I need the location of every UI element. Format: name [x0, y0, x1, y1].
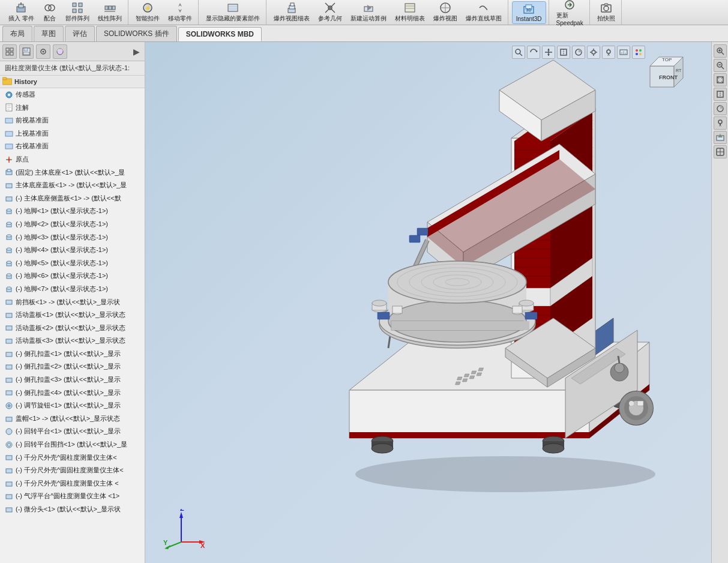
viewport[interactable]: Z X Y FRONT — [145, 42, 711, 563]
show-hide-button[interactable]: 显示隐藏的要素部件 — [202, 1, 263, 24]
ref-geometry-button[interactable]: 参考几何 — [314, 1, 346, 24]
tree-item-right-plane[interactable]: 右视基准面 — [0, 140, 145, 153]
svg-rect-237 — [393, 306, 402, 313]
explode-view-button[interactable]: 爆炸视图细表 — [270, 1, 313, 24]
history-row[interactable]: History — [0, 76, 145, 88]
grid-panel-button[interactable] — [2, 44, 17, 59]
svg-point-81 — [7, 287, 11, 289]
explode-sketch-button[interactable]: 爆炸直线草图 — [462, 1, 505, 24]
tree-item-foot1[interactable]: (-) 地脚<1> (默认<显示状态-1>) — [0, 205, 145, 218]
tab-sw-mbd[interactable]: SOLIDWORKS MBD — [178, 27, 262, 41]
tree-item-cap[interactable]: 盖帽<1> -> (默认<<默认>_显示状态 — [0, 412, 145, 426]
right-scene2-button[interactable] — [714, 131, 727, 144]
explode-view2-button[interactable]: 爆炸视图 — [430, 1, 461, 24]
right-zoom-in-button[interactable] — [714, 44, 727, 58]
svg-rect-150 — [478, 368, 484, 371]
tree-item-air-platform[interactable]: (-) 气浮平台^圆柱度测量仪主体 <1> — [0, 490, 145, 503]
tree-item-foot7[interactable]: (-) 地脚<7> (默认<显示状态-1>) — [0, 283, 145, 296]
right-zoom-fit-button[interactable] — [714, 73, 727, 86]
settings-panel-button[interactable] — [36, 44, 50, 59]
svg-point-71 — [7, 222, 11, 224]
svg-point-273 — [718, 120, 722, 124]
svg-point-77 — [7, 261, 11, 263]
tree-item-cover-plate3[interactable]: 活动盖板<3> (默认<<默认>_显示状态 — [0, 334, 145, 348]
svg-rect-60 — [5, 144, 13, 149]
svg-line-263 — [721, 67, 724, 69]
insert-part-button[interactable]: 插入 零件 — [5, 1, 38, 24]
tab-sketch[interactable]: 草图 — [34, 26, 64, 41]
tree-item-micrometer2[interactable]: (-) 千分尺外壳^圆固柱度测量仪主体< — [0, 464, 145, 477]
right-render-button[interactable] — [714, 102, 727, 115]
tab-layout[interactable]: 布局 — [2, 26, 32, 41]
tab-evaluate[interactable]: 评估 — [65, 26, 95, 41]
svg-line-157 — [618, 356, 619, 363]
move-part-button[interactable]: 移动零件 — [164, 1, 196, 24]
svg-rect-10 — [109, 6, 112, 10]
mate-button[interactable]: 配合 — [39, 1, 61, 24]
tree-container[interactable]: 传感器 注解 前视基准面 上视基准面 右视基准面 — [0, 88, 145, 563]
tree-item-base-cover[interactable]: 主体底座盖板<1> -> (默认<<默认>_显 — [0, 179, 145, 192]
svg-marker-244 — [179, 512, 183, 518]
save-panel-button[interactable] — [19, 44, 34, 59]
tree-item-differential[interactable]: (-) 微分头<1> (默认<<默认>_显示状 — [0, 503, 145, 516]
right-section-button[interactable] — [714, 88, 727, 101]
tree-item-base-fixed[interactable]: (固定) 主体底座<1> (默认<<默认>_显 — [0, 166, 145, 179]
right-ambient-button[interactable] — [714, 116, 727, 130]
tab-sw-plugins[interactable]: SOLIDWORKS 插件 — [96, 26, 177, 41]
svg-point-63 — [8, 158, 10, 161]
tree-item-foot5[interactable]: (-) 地脚<5> (默认<显示状态-1>) — [0, 257, 145, 270]
svg-rect-46 — [23, 52, 29, 55]
tree-item-rotary-table[interactable]: (-) 回转平台<1> (默认<<默认>_显示 — [0, 425, 145, 438]
tree-item-knob[interactable]: (-) 调节旋钮<1> (默认<<默认>_显示 — [0, 399, 145, 412]
speedpak-button[interactable]: 更新Speedpak — [553, 0, 587, 28]
tree-item-side-cap2[interactable]: (-) 侧孔扣盖<2> (默认<<默认>_显示 — [0, 360, 145, 373]
part-array-button[interactable]: 部件阵列 — [62, 1, 93, 24]
instant3d-button[interactable]: 3D Instant3D — [512, 1, 546, 24]
svg-rect-41 — [10, 48, 13, 51]
tree-item-micrometer1[interactable]: (-) 千分尺外壳^圆柱度测量仪主体< — [0, 451, 145, 465]
tree-item-rotary-guard[interactable]: (-) 回转平台围挡<1> (默认<<默认>_显 — [0, 438, 145, 451]
svg-text:Y: Y — [163, 539, 168, 546]
tree-item-origin[interactable]: 原点 — [0, 153, 145, 166]
tree-item-note[interactable]: 注解 — [0, 101, 145, 115]
tree-item-front-plane[interactable]: 前视基准面 — [0, 114, 145, 127]
svg-rect-229 — [525, 312, 537, 319]
part-name-header: 圆柱度测量仪主体 (默认<默认_显示状态-1: — [0, 61, 145, 76]
tree-item-foot4[interactable]: (-) 地脚<4> (默认<显示状态-1>) — [0, 244, 145, 257]
tree-item-side-cap3[interactable]: (-) 侧孔扣盖<3> (默认<<默认>_显示 — [0, 373, 145, 387]
view-cube[interactable]: FRONT TOP RT — [641, 48, 686, 93]
tree-item-foot3[interactable]: (-) 地脚<3> (默认<显示状态-1>) — [0, 231, 145, 244]
tree-item-front-panel[interactable]: 前挡板<1> -> (默认<<默认>_显示状 — [0, 296, 145, 309]
tree-item-top-plane[interactable]: 上视基准面 — [0, 127, 145, 140]
linear-array-button[interactable]: 线性阵列 — [94, 1, 125, 24]
new-motion-button[interactable]: 新建运动算例 — [347, 1, 390, 24]
snapshot-button[interactable]: 拍快照 — [594, 1, 619, 24]
tree-item-side-cap4[interactable]: (-) 侧孔扣盖<4> (默认<<默认>_显示 — [0, 387, 145, 400]
svg-text:RT: RT — [676, 68, 682, 73]
color-panel-button[interactable] — [53, 44, 67, 59]
right-toolbar — [711, 42, 728, 563]
snapshot-group: 拍快照 — [591, 0, 622, 25]
tree-item-cover-plate2[interactable]: 活动盖板<2> (默认<<默认>_显示状态 — [0, 322, 145, 335]
materials-button[interactable]: 材料明细表 — [391, 1, 429, 24]
tree-item-side-cover[interactable]: (-) 主体底座侧盖板<1> -> (默认<<默 — [0, 192, 145, 205]
svg-marker-15 — [178, 3, 182, 13]
panel-expand-button[interactable]: ▶ — [130, 46, 142, 58]
svg-rect-151 — [455, 382, 460, 385]
right-zoom-out-button[interactable] — [714, 59, 727, 72]
right-appear2-button[interactable] — [714, 145, 727, 158]
tree-item-sensor[interactable]: 传感器 — [0, 88, 145, 101]
svg-rect-88 — [6, 378, 12, 382]
tree-item-micrometer3[interactable]: (-) 千分尺外壳^圆柱度测量仪主体 < — [0, 477, 145, 490]
tree-item-foot6[interactable]: (-) 地脚<6> (默认<显示状态-1>) — [0, 269, 145, 283]
svg-rect-97 — [6, 469, 12, 473]
tree-item-foot2[interactable]: (-) 地脚<2> (默认<显示状态-1>) — [0, 218, 145, 231]
history-folder-icon — [2, 77, 12, 86]
panel-toolbar: ▶ — [0, 42, 145, 61]
svg-text:TOP: TOP — [662, 57, 672, 62]
svg-rect-45 — [24, 48, 28, 51]
tree-item-side-cap1[interactable]: (-) 侧孔扣盖<1> (默认<<默认>_显示 — [0, 348, 145, 361]
tree-item-cover-plate1[interactable]: 活动盖板<1> (默认<<默认>_显示状态 — [0, 309, 145, 322]
smart-fastener-button[interactable]: ⚡ 智能扣件 — [132, 1, 163, 24]
svg-rect-21 — [290, 3, 294, 6]
